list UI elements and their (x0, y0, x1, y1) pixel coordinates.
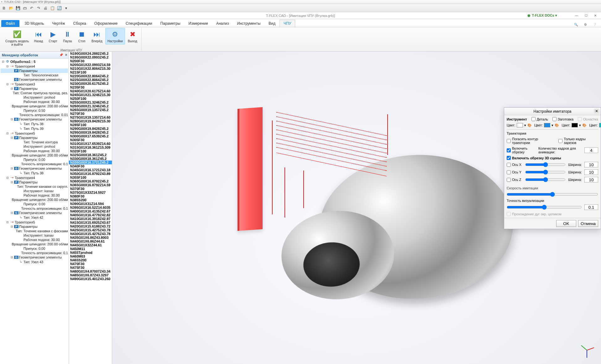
qat-save-icon[interactable]: 💾 (15, 5, 21, 11)
nc-line[interactable]: N285F100 (69, 123, 112, 127)
qat-save-all-icon[interactable]: 🗃 (22, 5, 28, 11)
nc-code-panel[interactable]: N190G00X24.2882Z45.2N195G00X22.0993Z45.2… (69, 52, 112, 364)
tree-node[interactable]: ⊟⇢Траектория3 (1, 82, 68, 86)
nc-line[interactable]: N190G00X24.2882Z45.2 (69, 52, 112, 55)
nc-line[interactable]: N330G00X18.361Z45.2 (69, 157, 112, 161)
back-button[interactable]: ⏮Назад (32, 28, 45, 44)
nc-line[interactable]: N445G01X32Z44.61 (69, 243, 112, 247)
qat-new-icon[interactable]: 🗎 (1, 5, 7, 11)
nc-line[interactable]: N205G01X22.0993Z14.59 (69, 63, 112, 67)
tree-node[interactable]: Тип: Технологическая (1, 73, 68, 77)
create-exit-button[interactable]: ✅Создать модель и выйти (3, 28, 31, 48)
file-tab[interactable]: Файл (1, 20, 19, 27)
nc-line[interactable]: N300G00X17.6539Z45.2 (69, 134, 112, 138)
nc-line[interactable]: N360G00X16.8792Z45.2 (69, 179, 112, 183)
tool-color-swatch[interactable] (517, 123, 523, 127)
view-triad[interactable] (578, 341, 595, 358)
tree-node[interactable]: Припуск: 0.00 (1, 157, 68, 162)
qat-undo-icon[interactable]: ↶ (29, 5, 34, 11)
nc-line[interactable]: N310G01X17.6539Z14.60 (69, 142, 112, 146)
tree-node[interactable]: Точность аппроксимации: 0.1 (1, 162, 68, 166)
tree-node[interactable]: ↳Тип: Путь 39 (1, 126, 68, 131)
ok-button[interactable]: OK (556, 220, 576, 227)
tree-node[interactable]: Инструмент: kanav (1, 189, 68, 193)
chevron-down-icon[interactable]: ▾ (551, 123, 553, 127)
tree-node[interactable]: Инструмент: kanav (1, 233, 68, 238)
nc-line[interactable]: N455Tprohod (69, 251, 112, 254)
nc-line[interactable]: N225G00X22.8064Z45.2 (69, 78, 112, 82)
tree-node[interactable]: PПараметры (1, 69, 68, 73)
nc-line[interactable]: N480G01X4.87007Z43.34 (69, 269, 112, 273)
nc-line[interactable]: N215F100 (69, 70, 112, 74)
tree-toggle-icon[interactable]: ⊟ (6, 176, 9, 179)
nc-line[interactable]: N470F30 (69, 262, 112, 266)
ribbon-tab-3D Модель[interactable]: 3D Модель (21, 20, 48, 27)
sim-speed-slider[interactable] (507, 192, 598, 197)
axis-y-width-input[interactable] (584, 169, 598, 175)
tree-node[interactable]: Вращение шпинделя: 200.00 об/ми (1, 104, 68, 108)
tree-node[interactable]: ⊟⇢Траектория4 (1, 64, 68, 69)
axis-z-width-input[interactable] (584, 177, 598, 182)
tree-node[interactable]: Рабочая подача: 30.00 (1, 238, 68, 242)
nc-line[interactable]: N325G00X18.361Z45.2 (69, 153, 112, 157)
tree-node[interactable]: ⊟GГеометрические элементы (1, 255, 68, 259)
fixture-checkbox[interactable]: Оснастка (578, 117, 598, 121)
nc-line[interactable]: N210G01X22.8064Z15.30 (69, 67, 112, 70)
axis-x-width-input[interactable] (584, 162, 598, 167)
nc-line[interactable]: N290G00X19.8428Z45.2 (69, 127, 112, 131)
tree-toggle-icon[interactable]: ⊟ (6, 83, 9, 86)
pin-icon[interactable]: 📌 (59, 53, 63, 57)
ribbon-tab-Параметры[interactable]: Параметры (156, 20, 185, 27)
nc-line[interactable]: N450M11 (69, 247, 112, 251)
ribbon-search-icon[interactable]: 🔍 (572, 22, 580, 27)
tree-node[interactable]: Точность аппроксимации: 0.1 (1, 206, 68, 211)
nc-line[interactable]: N395G01X16.52Z14.6035 (69, 206, 112, 209)
ribbon-help-icon[interactable]: ❔ (591, 22, 598, 27)
nc-line[interactable]: N250F100 (69, 97, 112, 100)
axis-x-checkbox[interactable]: Ось X (507, 163, 523, 167)
forward-button[interactable]: ⏭Вперёд (89, 28, 105, 44)
tree-node[interactable]: ⊟⚙Обработка1 : 5 (1, 59, 68, 64)
tree-node[interactable]: Тип: Снятие припуска проход. рез. (1, 91, 68, 95)
ribbon-tab-Анализ[interactable]: Анализ (212, 20, 233, 27)
tree-node[interactable]: Тип: Точение канавки со скругл. (1, 184, 68, 189)
tree-toggle-icon[interactable]: ⊟ (10, 211, 13, 214)
nc-line[interactable]: N315G01X18.361Z15.309 (69, 146, 112, 149)
tree-toggle-icon[interactable]: ⊟ (10, 87, 13, 90)
ribbon-tab-Вид[interactable]: Вид (264, 20, 280, 27)
nc-line[interactable]: N420G01X15.6188Z43.72 (69, 224, 112, 228)
nc-line[interactable]: N390G01X31Z14.594 (69, 202, 112, 206)
axis-x-slider[interactable] (525, 162, 566, 167)
axis-z-checkbox[interactable]: Ось Z (507, 178, 523, 182)
chevron-down-icon[interactable]: ▾ (579, 123, 581, 127)
nc-line[interactable]: N485G01X6.87Z43.3297 (69, 273, 112, 277)
arc-pass-checkbox[interactable]: Прохождение дуг окр. целиком (507, 212, 598, 216)
qat-clipboard-icon[interactable]: 📋 (50, 5, 55, 11)
nc-line[interactable]: N220G00X22.8064Z45.2 (69, 74, 112, 78)
tree-toggle-icon[interactable]: ⊟ (10, 118, 13, 121)
ribbon-gear-icon[interactable]: ⚙ (582, 22, 589, 27)
nc-line[interactable]: N440G01X6.86Z44.61 (69, 239, 112, 243)
nc-line[interactable]: N340F30 (69, 164, 112, 168)
nc-line[interactable]: N430G01X15.4276Z43.78 (69, 232, 112, 236)
nc-line[interactable]: N350G01X16.8792Z43.89 (69, 172, 112, 176)
chevron-down-icon[interactable]: ▾ (524, 123, 526, 127)
tree-node[interactable]: ⊟PПараметры (1, 136, 68, 140)
nc-line[interactable]: N465S200 (69, 258, 112, 262)
nc-line[interactable]: N280G01X19.8428Z15.30 (69, 119, 112, 123)
tree-toggle-icon[interactable]: ⊟ (10, 256, 13, 259)
tree-node[interactable]: ↳Тип: Узел 42 (1, 215, 68, 220)
tree-toggle-icon[interactable]: ⊟ (10, 181, 13, 184)
nc-line[interactable]: N260G00X21.3246Z45.2 (69, 104, 112, 108)
nc-line[interactable]: N255G00X21.3246Z45.2 (69, 100, 112, 104)
tree-toggle-icon[interactable]: ⊟ (10, 136, 13, 139)
tree-toggle-icon[interactable]: ⊟ (1, 60, 5, 63)
nc-line[interactable]: N380F30 (69, 194, 112, 198)
tree-node[interactable]: Припуск: 0.50 (1, 108, 68, 113)
viz-accuracy-input[interactable] (584, 204, 598, 210)
viz-accuracy-slider[interactable] (507, 205, 582, 210)
nc-line[interactable]: N370F30 (69, 187, 112, 191)
qat-open-icon[interactable]: 📂 (8, 5, 14, 11)
tree-node[interactable]: Инструмент: prohod (1, 95, 68, 100)
color-picker-icon[interactable]: 🎨 (527, 123, 532, 127)
